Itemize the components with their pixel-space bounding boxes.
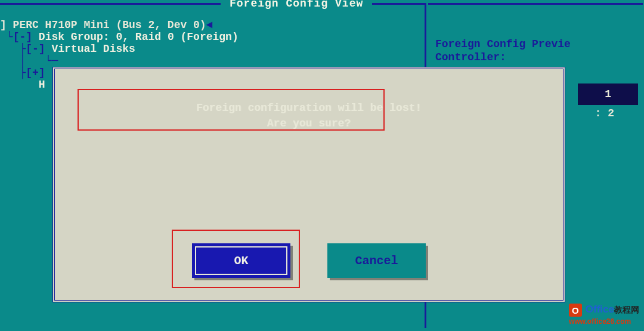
panel-title: Foreign Config View bbox=[221, 0, 372, 10]
arrow-left-icon: ◄ bbox=[206, 19, 213, 31]
virtual-disks-label: Virtual Disks bbox=[51, 43, 135, 55]
expand-toggle[interactable]: [-] bbox=[26, 43, 45, 55]
confirm-dialog: Foreign configuration will be lost! Are … bbox=[52, 67, 565, 302]
dialog-line-2: Are you sure? bbox=[55, 116, 563, 131]
side-heading-1: Foreign Config Previe bbox=[435, 38, 643, 51]
cancel-button[interactable]: Cancel bbox=[327, 243, 426, 278]
tree-disk-group-row[interactable]: └[-] Disk Group: 0, Raid 0 (Foreign) bbox=[0, 31, 239, 43]
dialog-message: Foreign configuration will be lost! Are … bbox=[55, 100, 563, 131]
expand-toggle[interactable]: [-] bbox=[13, 31, 32, 43]
watermark-url: www.office26.com bbox=[569, 317, 631, 326]
disk-group-label: Disk Group: 0, Raid 0 (Foreign) bbox=[39, 31, 239, 43]
controller-label: ] PERC H710P Mini (Bus 2, Dev 0) bbox=[0, 19, 206, 31]
watermark-brand-cn: 教程网 bbox=[614, 305, 639, 314]
dialog-button-row: OK Cancel bbox=[55, 243, 563, 278]
dialog-line-1: Foreign configuration will be lost! bbox=[55, 100, 563, 116]
tree-vd-child-row: │ └─ bbox=[0, 55, 239, 67]
ok-button[interactable]: OK bbox=[192, 243, 290, 278]
tree-controller-row[interactable]: ] PERC H710P Mini (Bus 2, Dev 0)◄ bbox=[0, 19, 239, 31]
side-heading-2: Controller: bbox=[435, 51, 643, 64]
side-selected-value: 1 bbox=[578, 83, 638, 105]
tree-virtual-disks-row[interactable]: ├[-] Virtual Disks bbox=[0, 43, 239, 55]
watermark: O Office教程网 www.office26.com bbox=[569, 304, 639, 326]
watermark-brand: Office bbox=[586, 304, 614, 315]
tree-branch-icon: ├ bbox=[19, 67, 26, 79]
side-value-2: : 2 bbox=[595, 107, 614, 119]
expand-toggle[interactable]: [+] bbox=[26, 67, 45, 79]
tree-branch-icon: ├ bbox=[19, 43, 26, 55]
tree-pipe-icon: │ └─ bbox=[19, 55, 58, 67]
hd-label: H bbox=[39, 79, 45, 91]
tree-branch-icon: └ bbox=[7, 31, 13, 43]
office-logo-icon: O bbox=[569, 304, 582, 317]
